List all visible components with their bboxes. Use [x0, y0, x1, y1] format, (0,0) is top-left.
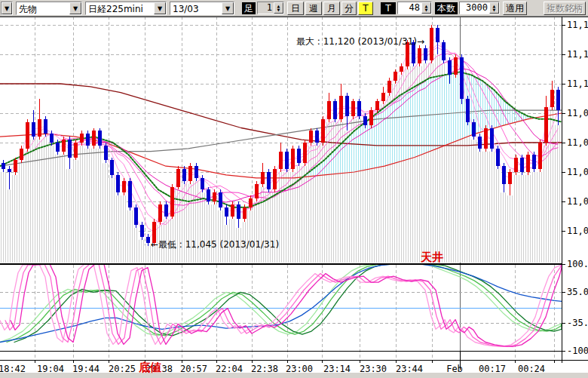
tick-count-value: 48 [398, 2, 421, 14]
period-tick-button[interactable]: T [358, 2, 373, 15]
interval-stepper[interactable]: 1 ▲▼ [257, 2, 284, 14]
spinner-arrows-icon[interactable]: ▲▼ [421, 2, 431, 14]
instrument-name-combo[interactable]: 日経225mini ▼ [85, 2, 167, 15]
price-oscillator-chart-canvas[interactable] [0, 17, 588, 378]
period-month-button[interactable]: 月 [323, 2, 340, 15]
period-day-button[interactable]: 日 [287, 2, 304, 15]
min-price-annotation: ←最低 : 11,045 (2013/01/31) [151, 238, 279, 251]
max-price-annotation: 最大 : 11,120 (2013/01/31)→ [296, 35, 424, 48]
ashi-label: 足 [242, 2, 256, 14]
chevron-down-icon[interactable]: ▼ [222, 2, 234, 14]
chevron-down-icon[interactable]: ▼ [69, 2, 81, 14]
multi-symbol-button: 複数銘柄 [544, 2, 586, 15]
toolbar: ▼ 先物 ▼ 日経225mini ▼ 13/03 ▼ 足 1 ▲▼ 日 週 月 … [0, 0, 588, 17]
window-combo[interactable]: ▼ [1, 2, 13, 15]
apply-button[interactable]: 適用 [503, 2, 527, 15]
spinner-arrows-icon[interactable]: ▲▼ [274, 2, 283, 14]
period-week-button[interactable]: 週 [305, 2, 322, 15]
tick-count-stepper[interactable]: 48 ▲▼ [397, 2, 432, 14]
contract-month-combo[interactable]: 13/03 ▼ [170, 2, 234, 15]
ceiling-annotation: 天井 [421, 250, 443, 265]
instrument-type-combo[interactable]: 先物 ▼ [16, 2, 82, 15]
bar-count-value: 3000 [460, 2, 489, 14]
spinner-arrows-icon[interactable]: ▲▼ [489, 2, 499, 14]
bottom-annotation: 底値 [139, 361, 161, 375]
instrument-type-value: 先物 [17, 2, 69, 14]
chevron-down-icon[interactable]: ▼ [154, 2, 166, 14]
chevron-down-icon[interactable]: ▼ [2, 2, 12, 14]
tick-count-label: T [381, 2, 396, 14]
bar-count-stepper[interactable]: 3000 ▲▼ [459, 2, 500, 14]
bar-count-label: 本数 [435, 2, 458, 14]
contract-month-value: 13/03 [170, 2, 222, 14]
instrument-name-value: 日経225mini [86, 2, 154, 14]
period-minute-button[interactable]: 分 [341, 2, 357, 15]
interval-value: 1 [258, 2, 274, 14]
chart-area[interactable]: 11,12011,11011,10011,09011,08011,07011,0… [0, 17, 588, 378]
